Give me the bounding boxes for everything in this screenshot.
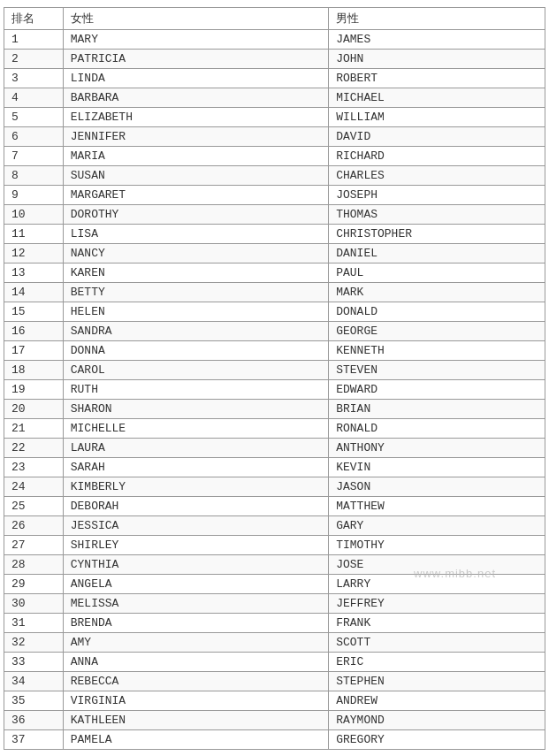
- cell-male-name: STEVEN: [329, 361, 545, 380]
- cell-male-name: MICHAEL: [329, 88, 545, 108]
- cell-female-name: KAREN: [63, 263, 328, 283]
- cell-rank: 10: [4, 205, 64, 225]
- cell-female-name: BRENDA: [63, 614, 328, 633]
- cell-female-name: DONNA: [63, 341, 328, 361]
- cell-male-name: WILLIAM: [329, 108, 545, 127]
- cell-female-name: VIRGINIA: [63, 691, 328, 711]
- table-row: 21MICHELLERONALD: [4, 419, 545, 439]
- cell-female-name: LINDA: [63, 69, 328, 88]
- header-male: 男性: [329, 8, 545, 30]
- cell-female-name: LAURA: [63, 439, 328, 458]
- table-row: 13KARENPAUL: [4, 263, 545, 283]
- cell-rank: 9: [4, 186, 64, 205]
- cell-male-name: RICHARD: [329, 147, 545, 166]
- cell-male-name: GARY: [329, 516, 545, 536]
- cell-rank: 17: [4, 341, 64, 361]
- table-row: 23SARAHKEVIN: [4, 458, 545, 477]
- table-row: 8SUSANCHARLES: [4, 166, 545, 186]
- cell-female-name: REBECCA: [63, 672, 328, 691]
- cell-female-name: DOROTHY: [63, 205, 328, 225]
- cell-male-name: JASON: [329, 477, 545, 497]
- cell-male-name: ERIC: [329, 653, 545, 672]
- cell-rank: 20: [4, 400, 64, 419]
- cell-rank: 36: [4, 711, 64, 730]
- cell-male-name: FRANK: [329, 614, 545, 633]
- cell-rank: 7: [4, 147, 64, 166]
- header-rank: 排名: [4, 8, 64, 30]
- table-row: 32AMYSCOTT: [4, 633, 545, 653]
- cell-rank: 24: [4, 477, 64, 497]
- cell-rank: 1: [4, 30, 64, 50]
- table-row: 35VIRGINIAANDREW: [4, 691, 545, 711]
- cell-rank: 6: [4, 127, 64, 147]
- cell-rank: 27: [4, 536, 64, 555]
- table-row: 5ELIZABETHWILLIAM: [4, 108, 545, 127]
- cell-female-name: KATHLEEN: [63, 711, 328, 730]
- cell-rank: 32: [4, 633, 64, 653]
- cell-female-name: KIMBERLY: [63, 477, 328, 497]
- cell-male-name: JOSEPH: [329, 186, 545, 205]
- watermark: www.mibb.net: [414, 567, 496, 580]
- cell-female-name: MICHELLE: [63, 419, 328, 439]
- cell-rank: 3: [4, 69, 64, 88]
- cell-female-name: ELIZABETH: [63, 108, 328, 127]
- cell-female-name: MELISSA: [63, 594, 328, 614]
- cell-rank: 16: [4, 322, 64, 341]
- table-row: 6JENNIFERDAVID: [4, 127, 545, 147]
- table-row: 25DEBORAHMATTHEW: [4, 497, 545, 516]
- cell-female-name: MARGARET: [63, 186, 328, 205]
- table-row: 9MARGARETJOSEPH: [4, 186, 545, 205]
- cell-male-name: MATTHEW: [329, 497, 545, 516]
- cell-rank: 25: [4, 497, 64, 516]
- cell-male-name: RONALD: [329, 419, 545, 439]
- table-row: 1MARYJAMES: [4, 30, 545, 50]
- table-row: 22LAURAANTHONY: [4, 439, 545, 458]
- cell-male-name: DAVID: [329, 127, 545, 147]
- cell-male-name: KEVIN: [329, 458, 545, 477]
- cell-male-name: CHARLES: [329, 166, 545, 186]
- table-row: 2PATRICIAJOHN: [4, 50, 545, 69]
- table-row: 31BRENDAFRANK: [4, 614, 545, 633]
- cell-rank: 21: [4, 419, 64, 439]
- cell-female-name: MARY: [63, 30, 328, 50]
- table-row: 12NANCYDANIEL: [4, 244, 545, 263]
- cell-male-name: SCOTT: [329, 633, 545, 653]
- table-row: 14BETTYMARK: [4, 283, 545, 302]
- table-row: 34REBECCASTEPHEN: [4, 672, 545, 691]
- header-female: 女性: [63, 8, 328, 30]
- cell-male-name: EDWARD: [329, 380, 545, 400]
- cell-rank: 23: [4, 458, 64, 477]
- table-row: 36KATHLEENRAYMOND: [4, 711, 545, 730]
- table-row: 18CAROLSTEVEN: [4, 361, 545, 380]
- cell-male-name: DONALD: [329, 302, 545, 322]
- cell-male-name: GEORGE: [329, 322, 545, 341]
- cell-female-name: LISA: [63, 225, 328, 244]
- cell-female-name: BARBARA: [63, 88, 328, 108]
- cell-male-name: ANDREW: [329, 691, 545, 711]
- cell-rank: 12: [4, 244, 64, 263]
- cell-rank: 11: [4, 225, 64, 244]
- cell-female-name: ANNA: [63, 653, 328, 672]
- cell-male-name: JEFFREY: [329, 594, 545, 614]
- cell-female-name: BETTY: [63, 283, 328, 302]
- cell-female-name: DEBORAH: [63, 497, 328, 516]
- cell-female-name: JESSICA: [63, 516, 328, 536]
- cell-female-name: CYNTHIA: [63, 555, 328, 575]
- cell-rank: 2: [4, 50, 64, 69]
- table-row: 4BARBARAMICHAEL: [4, 88, 545, 108]
- table-row: 20SHARONBRIAN: [4, 400, 545, 419]
- cell-rank: 33: [4, 653, 64, 672]
- table-row: 17DONNAKENNETH: [4, 341, 545, 361]
- table-row: 10DOROTHYTHOMAS: [4, 205, 545, 225]
- table-header-row: 排名 女性 男性: [4, 8, 545, 30]
- cell-male-name: BRIAN: [329, 400, 545, 419]
- cell-male-name: CHRISTOPHER: [329, 225, 545, 244]
- table-row: 27SHIRLEYTIMOTHY: [4, 536, 545, 555]
- cell-rank: 8: [4, 166, 64, 186]
- cell-female-name: SHIRLEY: [63, 536, 328, 555]
- cell-rank: 4: [4, 88, 64, 108]
- cell-male-name: JOHN: [329, 50, 545, 69]
- cell-female-name: SANDRA: [63, 322, 328, 341]
- cell-rank: 13: [4, 263, 64, 283]
- cell-male-name: KENNETH: [329, 341, 545, 361]
